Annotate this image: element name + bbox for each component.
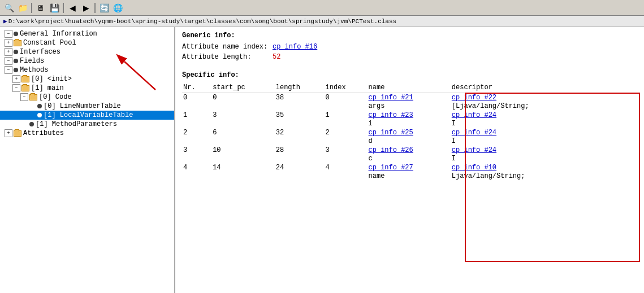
label-linenumber: [0] LineNumberTable — [44, 102, 121, 110]
icon-folder-constant — [14, 40, 21, 46]
attr-name-value[interactable]: cp_info #16 — [273, 43, 317, 51]
toolbar-btn-screen[interactable]: 🖥 — [34, 2, 47, 14]
toolbar-btn-web[interactable]: 🌐 — [111, 2, 124, 14]
col-index: index — [325, 82, 368, 93]
desc-link-2[interactable]: cp_info #24 — [452, 129, 496, 137]
cell-nr-0: 0 — [182, 93, 211, 103]
label-methods: Methods — [20, 66, 48, 74]
desc-link-4[interactable]: cp_info #10 — [452, 164, 496, 172]
expand-methods[interactable]: – — [5, 66, 12, 74]
title-prefix: ▶ — [3, 18, 7, 25]
icon-dot-linenumber — [37, 104, 42, 108]
cell-desc-4: cp_info #10 — [451, 163, 637, 172]
cell-desc-sub-4: Ljava/lang/String; — [451, 172, 637, 181]
tree-item-general[interactable]: – General Information — [0, 29, 174, 38]
cell-index-2: 2 — [325, 128, 368, 137]
specific-info-title: Specific info: — [182, 71, 637, 79]
toolbar-btn-search[interactable]: 🔍 — [3, 2, 15, 14]
tree-item-methods[interactable]: – Methods — [0, 65, 174, 75]
cell-empty-0 — [182, 102, 368, 111]
expand-general[interactable]: – — [5, 30, 12, 38]
attr-length-row: Attribute length: 52 — [182, 53, 637, 61]
cell-desc-3: cp_info #24 — [451, 146, 637, 155]
desc-link-1[interactable]: cp_info #24 — [452, 111, 496, 119]
tree-item-localvar[interactable]: [1] LocalVariableTable — [0, 111, 174, 120]
cell-desc-sub-3: I — [451, 155, 637, 163]
cell-name-sub-1: i — [368, 120, 451, 128]
expand-attributes[interactable]: + — [5, 129, 12, 137]
cell-length-1: 35 — [275, 111, 325, 120]
right-panel: Generic info: Attribute name index: cp_i… — [175, 27, 644, 293]
cell-name-3: cp_info #26 — [368, 146, 451, 155]
toolbar-btn-forward[interactable]: ▶ — [80, 2, 92, 14]
tree-item-init[interactable]: + [0] <init> — [0, 75, 174, 84]
expand-init[interactable]: + — [12, 75, 20, 83]
cell-start_pc-4: 14 — [211, 163, 275, 172]
col-descriptor: descriptor — [451, 82, 637, 93]
toolbar-btn-back[interactable]: ◀ — [66, 2, 79, 14]
tree-item-fields[interactable]: – Fields — [0, 56, 174, 65]
tree-item-code[interactable]: – [0] Code — [0, 93, 174, 102]
cell-index-4: 4 — [325, 163, 368, 172]
tree-item-methodparams[interactable]: [1] MethodParameters — [0, 120, 174, 129]
tree-item-attributes[interactable]: + Attributes — [0, 129, 174, 138]
expand-fields[interactable]: – — [5, 57, 12, 65]
icon-dot-localvar — [37, 113, 42, 117]
cell-nr-4: 4 — [182, 163, 211, 172]
table-subrow-2: d I — [182, 137, 637, 146]
icon-folder-attributes — [14, 130, 21, 137]
cell-start_pc-0: 0 — [211, 93, 275, 103]
tree-item-linenumber[interactable]: [0] LineNumberTable — [0, 102, 174, 111]
toolbar-btn-refresh[interactable]: 🔄 — [98, 2, 110, 14]
desc-link-3[interactable]: cp_info #24 — [452, 146, 496, 154]
cell-desc-sub-0: [Ljava/lang/String; — [451, 102, 637, 111]
cell-name-sub-3: c — [368, 155, 451, 163]
table-row: 1 3 35 1 cp_info #23 cp_info #24 — [182, 111, 637, 120]
cell-name-2: cp_info #25 — [368, 128, 451, 137]
generic-info-title: Generic info: — [182, 32, 637, 40]
name-link-1[interactable]: cp_info #23 — [369, 111, 413, 119]
icon-dot-methods — [14, 68, 18, 72]
title-bar: ▶ D:\work\project\huatech\yqmm-boot\spri… — [0, 16, 644, 27]
icon-folder-main — [21, 85, 29, 91]
tree-item-interfaces[interactable]: + Interfaces — [0, 47, 174, 56]
icon-dot-general — [14, 32, 18, 36]
cell-desc-2: cp_info #24 — [451, 128, 637, 137]
name-link-0[interactable]: cp_info #21 — [369, 94, 413, 102]
toolbar: 🔍 📁 🖥 💾 ◀ ▶ 🔄 🌐 — [0, 0, 644, 16]
expand-main[interactable]: – — [12, 84, 20, 92]
cell-desc-sub-1: I — [451, 120, 637, 128]
cell-name-1: cp_info #23 — [368, 111, 451, 120]
name-link-3[interactable]: cp_info #26 — [369, 146, 413, 154]
cell-length-0: 38 — [275, 93, 325, 103]
tree-item-constant[interactable]: + Constant Pool — [0, 38, 174, 47]
attr-name-label: Attribute name index: — [182, 43, 273, 51]
toolbar-separator-3 — [94, 3, 96, 13]
expand-code[interactable]: – — [20, 93, 28, 101]
toolbar-btn-save[interactable]: 💾 — [48, 2, 60, 14]
desc-link-0[interactable]: cp_info #22 — [452, 94, 496, 102]
expand-constant[interactable]: + — [5, 39, 12, 47]
cell-start_pc-3: 10 — [211, 146, 275, 155]
label-methodparams: [1] MethodParameters — [36, 120, 117, 128]
name-link-2[interactable]: cp_info #25 — [369, 129, 413, 137]
toolbar-btn-open[interactable]: 📁 — [16, 2, 29, 14]
expand-interfaces[interactable]: + — [5, 48, 12, 56]
table-subrow-4: name Ljava/lang/String; — [182, 172, 637, 181]
attr-name-row: Attribute name index: cp_info #16 — [182, 43, 637, 51]
cell-length-2: 32 — [275, 128, 325, 137]
icon-folder-code — [29, 94, 37, 100]
icon-dot-fields — [14, 59, 18, 63]
tree-item-main[interactable]: – [1] main — [0, 84, 174, 93]
cell-length-3: 28 — [275, 146, 325, 155]
label-general: General Information — [20, 30, 97, 38]
col-length: length — [275, 82, 325, 93]
cell-nr-3: 3 — [182, 146, 211, 155]
cell-desc-sub-2: I — [451, 137, 637, 146]
col-start_pc: start_pc — [211, 82, 275, 93]
cell-desc-1: cp_info #24 — [451, 111, 637, 120]
cell-empty-4 — [182, 172, 368, 181]
cell-index-1: 1 — [325, 111, 368, 120]
icon-dot-interfaces — [14, 50, 18, 54]
name-link-4[interactable]: cp_info #27 — [369, 164, 413, 172]
